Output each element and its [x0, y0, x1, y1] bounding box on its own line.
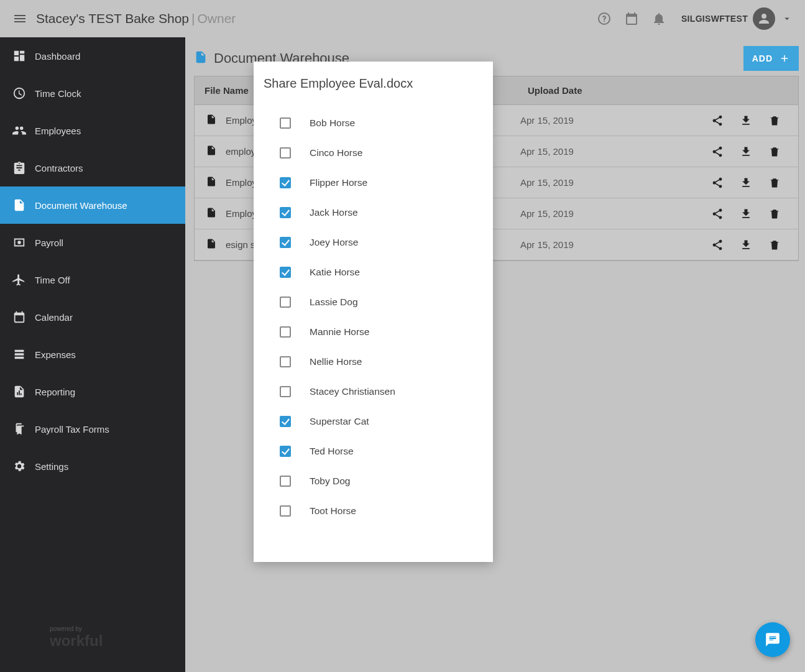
dashboard-icon: [12, 49, 26, 63]
share-row[interactable]: Cinco Horse: [254, 138, 493, 168]
calendar-icon: [12, 310, 26, 324]
calendar-icon[interactable]: [624, 11, 639, 26]
download-icon[interactable]: [740, 177, 752, 189]
gear-icon: [12, 459, 26, 473]
share-icon[interactable]: [711, 239, 724, 251]
download-icon[interactable]: [740, 239, 752, 251]
sidebar-item-payroll[interactable]: Payroll: [0, 224, 185, 261]
delete-icon[interactable]: [768, 145, 781, 158]
col-upload-date[interactable]: Upload Date: [518, 76, 798, 104]
delete-icon[interactable]: [768, 208, 781, 220]
help-icon[interactable]: [597, 11, 612, 26]
checkbox[interactable]: [280, 207, 291, 218]
shop-role: Owner: [198, 11, 236, 26]
share-row[interactable]: Bob Horse: [254, 108, 493, 138]
share-icon[interactable]: [711, 114, 724, 127]
share-row[interactable]: Mannie Horse: [254, 317, 493, 347]
sidebar-item-label: Expenses: [35, 349, 76, 360]
bell-icon[interactable]: [651, 11, 666, 26]
sidebar-item-dashboard[interactable]: Dashboard: [0, 37, 185, 75]
upload-date: Apr 15, 2019: [518, 208, 711, 219]
checkbox[interactable]: [280, 326, 291, 338]
share-row[interactable]: Jack Horse: [254, 198, 493, 228]
share-icon[interactable]: [711, 145, 724, 158]
checkbox[interactable]: [280, 416, 291, 427]
upload-date: Apr 15, 2019: [518, 177, 711, 188]
brand-logo: workful: [50, 632, 185, 650]
chevron-down-icon[interactable]: [781, 13, 793, 24]
avatar[interactable]: [753, 7, 775, 30]
employee-name: Nellie Horse: [310, 356, 362, 367]
share-row[interactable]: Lassie Dog: [254, 287, 493, 317]
checkbox[interactable]: [280, 177, 291, 188]
sidebar-item-reporting[interactable]: Reporting: [0, 373, 185, 410]
checkbox[interactable]: [280, 356, 291, 367]
sidebar-item-calendar[interactable]: Calendar: [0, 298, 185, 336]
sidebar-item-label: Contractors: [35, 163, 83, 173]
employee-name: Flipper Horse: [310, 177, 367, 188]
download-icon[interactable]: [740, 114, 752, 127]
share-row[interactable]: Superstar Cat: [254, 407, 493, 436]
checkbox[interactable]: [280, 297, 291, 308]
checkbox[interactable]: [280, 505, 291, 517]
delete-icon[interactable]: [768, 177, 781, 189]
share-row[interactable]: Katie Horse: [254, 257, 493, 287]
menu-icon[interactable]: [12, 11, 27, 26]
share-modal: Share Employee Eval.docx Bob HorseCinco …: [254, 62, 493, 562]
delete-icon[interactable]: [768, 114, 781, 127]
sidebar-item-label: Employees: [35, 126, 81, 136]
file-icon: [206, 238, 217, 252]
checkbox[interactable]: [280, 267, 291, 278]
share-icon[interactable]: [711, 208, 724, 220]
sidebar-item-label: Document Warehouse: [35, 200, 127, 211]
clock-icon: [12, 86, 26, 100]
add-button[interactable]: ADD: [743, 46, 799, 71]
checkbox[interactable]: [280, 117, 291, 129]
shop-role-sep: |: [191, 11, 195, 26]
delete-icon[interactable]: [768, 239, 781, 251]
chat-button[interactable]: [755, 622, 790, 657]
sidebar-item-payroll-tax-forms[interactable]: Payroll Tax Forms: [0, 410, 185, 448]
people-icon: [12, 124, 26, 137]
share-row[interactable]: Nellie Horse: [254, 347, 493, 377]
share-modal-title: Share Employee Eval.docx: [254, 62, 493, 108]
share-row[interactable]: Ted Horse: [254, 436, 493, 466]
share-row[interactable]: Joey Horse: [254, 228, 493, 257]
sidebar-item-contractors[interactable]: Contractors: [0, 149, 185, 186]
sidebar-item-label: Payroll: [35, 237, 63, 248]
plus-icon: [779, 53, 790, 64]
report-icon: [12, 385, 26, 398]
sidebar-item-time-clock[interactable]: Time Clock: [0, 75, 185, 112]
sidebar-item-label: Reporting: [35, 387, 75, 397]
employee-name: Joey Horse: [310, 237, 358, 248]
checkbox[interactable]: [280, 386, 291, 397]
employee-name: Mannie Horse: [310, 326, 370, 338]
checkbox[interactable]: [280, 446, 291, 457]
sidebar-item-settings[interactable]: Settings: [0, 448, 185, 485]
sidebar-item-expenses[interactable]: Expenses: [0, 336, 185, 373]
employee-name: Toot Horse: [310, 505, 356, 517]
share-row[interactable]: Flipper Horse: [254, 168, 493, 198]
file-icon: [206, 207, 217, 221]
employee-name: Cinco Horse: [310, 147, 362, 159]
checkbox[interactable]: [280, 237, 291, 248]
sidebar-item-document-warehouse[interactable]: Document Warehouse: [0, 186, 185, 224]
sidebar-item-employees[interactable]: Employees: [0, 112, 185, 149]
share-row[interactable]: Toot Horse: [254, 496, 493, 526]
add-button-label: ADD: [752, 53, 773, 63]
checkbox[interactable]: [280, 147, 291, 159]
share-row[interactable]: Toby Dog: [254, 466, 493, 496]
sidebar-item-label: Time Clock: [35, 88, 81, 99]
sidebar-item-label: Dashboard: [35, 51, 80, 62]
share-row[interactable]: Stacey Christiansen: [254, 377, 493, 407]
employee-name: Stacey Christiansen: [310, 386, 395, 397]
file-icon: [206, 145, 217, 159]
share-modal-scroll[interactable]: Share Employee Eval.docx Bob HorseCinco …: [254, 62, 493, 562]
username[interactable]: SILGISWFTEST: [681, 14, 748, 24]
sidebar-item-time-off[interactable]: Time Off: [0, 261, 185, 298]
download-icon[interactable]: [740, 145, 752, 158]
topbar: Stacey's TEST Bake Shop | Owner SILGISWF…: [0, 0, 805, 37]
download-icon[interactable]: [740, 208, 752, 220]
checkbox[interactable]: [280, 476, 291, 487]
share-icon[interactable]: [711, 177, 724, 189]
